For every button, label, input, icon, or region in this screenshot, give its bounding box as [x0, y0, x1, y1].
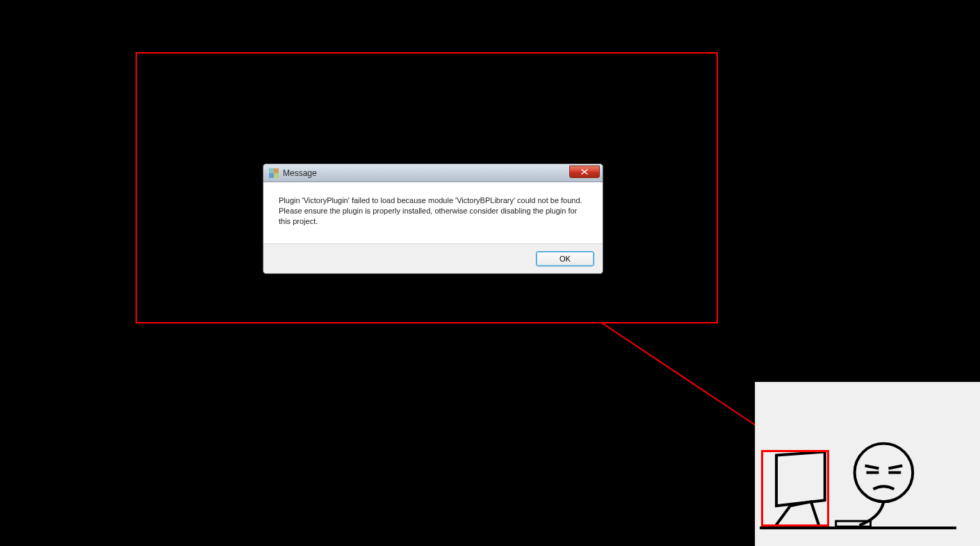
- meme-illustration: [755, 382, 980, 546]
- dialog-body: Plugin 'VictoryPlugin' failed to load be…: [263, 182, 603, 243]
- app-icon: [269, 168, 279, 178]
- dialog-title: Message: [283, 168, 317, 178]
- close-button[interactable]: [569, 166, 600, 178]
- dialog-titlebar[interactable]: Message: [263, 164, 603, 182]
- svg-marker-2: [776, 452, 825, 506]
- close-icon: [581, 169, 588, 175]
- svg-point-4: [855, 444, 913, 502]
- ok-button[interactable]: OK: [536, 251, 594, 266]
- dialog-footer: OK: [263, 243, 603, 273]
- message-dialog: Message Plugin 'VictoryPlugin' failed to…: [263, 163, 603, 274]
- dialog-message: Plugin 'VictoryPlugin' failed to load be…: [279, 195, 587, 227]
